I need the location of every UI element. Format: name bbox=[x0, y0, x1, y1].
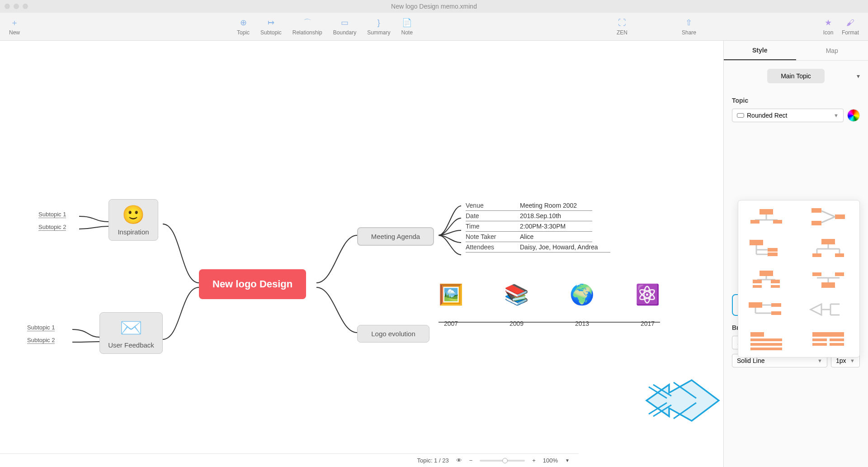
svg-rect-40 bbox=[771, 311, 781, 315]
svg-rect-9 bbox=[811, 221, 821, 225]
zen-button[interactable]: ⛶ZEN bbox=[617, 17, 627, 36]
svg-rect-49 bbox=[812, 332, 844, 337]
evolution-node[interactable]: Logo evolution bbox=[357, 325, 429, 343]
minimize-dot[interactable] bbox=[14, 4, 19, 9]
svg-rect-46 bbox=[750, 338, 782, 341]
svg-rect-29 bbox=[771, 285, 780, 288]
books-icon: 📚 bbox=[504, 283, 529, 306]
svg-rect-37 bbox=[771, 303, 781, 307]
title-bar: New logo Design memo.xmind bbox=[0, 0, 868, 13]
timeline-item[interactable]: 🖼️2007 bbox=[439, 283, 463, 318]
chevron-down-icon[interactable]: ▾ bbox=[857, 72, 860, 80]
color-swatch[interactable] bbox=[847, 109, 860, 122]
window-title: New logo Design memo.xmind bbox=[391, 3, 477, 10]
topic-count: Topic: 1 / 23 bbox=[417, 457, 449, 464]
svg-rect-4 bbox=[773, 220, 782, 224]
icon-button[interactable]: ★Icon bbox=[823, 17, 834, 36]
timeline-item[interactable]: 📚2009 bbox=[504, 283, 529, 318]
chalkboard-icon: 🖼️ bbox=[439, 283, 463, 306]
format-button[interactable]: 🖌Format bbox=[842, 17, 859, 36]
inspiration-sub2[interactable]: Subtopic 2 bbox=[38, 224, 66, 231]
subtopic-icon: ↦ bbox=[265, 17, 276, 28]
svg-rect-53 bbox=[830, 343, 844, 346]
structure-option[interactable] bbox=[744, 206, 789, 229]
inspiration-node[interactable]: 🙂 Inspiration bbox=[108, 199, 158, 241]
structure-option[interactable] bbox=[744, 298, 789, 321]
svg-rect-52 bbox=[812, 343, 827, 346]
topic-button[interactable]: ⊕Topic bbox=[237, 17, 250, 36]
new-button[interactable]: ＋ New bbox=[9, 17, 20, 36]
feedback-node[interactable]: ✉️ User Feedback bbox=[99, 312, 163, 354]
structure-option[interactable] bbox=[806, 329, 851, 352]
chevron-down-icon[interactable]: ▼ bbox=[565, 458, 570, 463]
svg-rect-48 bbox=[750, 348, 782, 350]
zoom-value: 100% bbox=[543, 457, 558, 464]
topic-type-chip[interactable]: Main Topic bbox=[767, 69, 825, 83]
relationship-button[interactable]: ⌒Relationship bbox=[292, 17, 322, 36]
agenda-row[interactable]: Time2:00PM-3:30PM bbox=[466, 221, 592, 232]
envelope-icon: ✉️ bbox=[106, 317, 156, 338]
svg-rect-22 bbox=[835, 253, 844, 257]
svg-rect-23 bbox=[760, 271, 773, 276]
tab-map[interactable]: Map bbox=[796, 41, 868, 60]
summary-icon: } bbox=[373, 17, 384, 28]
shape-select[interactable]: Rounded Rect ▼ bbox=[732, 109, 844, 122]
agenda-row[interactable]: Note TakerAlice bbox=[466, 232, 592, 242]
svg-rect-33 bbox=[812, 272, 821, 276]
subtopic-button[interactable]: ↦Subtopic bbox=[260, 17, 282, 36]
feedback-sub1[interactable]: Subtopic 1 bbox=[27, 324, 55, 331]
chevron-down-icon: ▼ bbox=[817, 358, 822, 363]
structure-option[interactable] bbox=[806, 206, 851, 229]
zoom-out[interactable]: − bbox=[469, 457, 473, 464]
annotation-arrow bbox=[642, 376, 723, 427]
svg-rect-45 bbox=[750, 332, 764, 337]
section-topic: Topic bbox=[732, 97, 860, 104]
summary-button[interactable]: }Summary bbox=[367, 17, 390, 36]
structure-option[interactable] bbox=[806, 237, 851, 259]
inspiration-sub1[interactable]: Subtopic 1 bbox=[38, 211, 66, 218]
svg-line-7 bbox=[821, 217, 835, 223]
svg-rect-50 bbox=[812, 338, 827, 341]
timeline-item[interactable]: ⚛️2017 bbox=[635, 283, 660, 318]
zen-icon: ⛶ bbox=[617, 17, 627, 28]
svg-line-6 bbox=[821, 211, 835, 217]
agenda-row[interactable]: Date2018.Sep.10th bbox=[466, 211, 592, 221]
structure-option[interactable] bbox=[744, 237, 789, 259]
chevron-down-icon: ▼ bbox=[834, 113, 839, 118]
agenda-row[interactable]: VenueMeeting Room 2002 bbox=[466, 200, 592, 211]
zoom-in[interactable]: + bbox=[532, 457, 536, 464]
structure-option[interactable] bbox=[744, 329, 789, 352]
share-button[interactable]: ⇧Share bbox=[682, 17, 696, 36]
svg-rect-47 bbox=[750, 343, 782, 346]
boundary-button[interactable]: ▭Boundary bbox=[333, 17, 356, 36]
svg-rect-15 bbox=[768, 253, 778, 256]
zoom-slider[interactable] bbox=[480, 460, 525, 462]
window-controls[interactable] bbox=[5, 4, 28, 9]
agenda-row[interactable]: AttendeesDaisy, Joe, Howard, Andrea bbox=[466, 242, 610, 253]
svg-rect-8 bbox=[811, 208, 821, 213]
close-dot[interactable] bbox=[5, 4, 10, 9]
note-icon: 📄 bbox=[401, 17, 412, 28]
structure-option[interactable] bbox=[744, 267, 789, 290]
relationship-icon: ⌒ bbox=[302, 17, 313, 28]
maximize-dot[interactable] bbox=[23, 4, 28, 9]
mindmap-canvas[interactable]: New logo Design 🙂 Inspiration Subtopic 1… bbox=[0, 41, 723, 467]
svg-rect-35 bbox=[749, 302, 762, 308]
timeline-item[interactable]: 🌍2013 bbox=[570, 283, 594, 318]
agenda-node[interactable]: Meeting Agenda bbox=[357, 227, 434, 246]
panel-tabs: Style Map bbox=[724, 41, 868, 61]
feedback-sub2[interactable]: Subtopic 2 bbox=[27, 337, 55, 344]
structure-option[interactable] bbox=[806, 267, 851, 290]
svg-rect-30 bbox=[821, 282, 835, 288]
connector-lines bbox=[0, 41, 723, 467]
svg-rect-26 bbox=[753, 280, 762, 283]
eye-icon[interactable]: 👁 bbox=[456, 457, 462, 464]
tab-style[interactable]: Style bbox=[724, 41, 796, 60]
note-button[interactable]: 📄Note bbox=[401, 17, 413, 36]
root-topic[interactable]: New logo Design bbox=[199, 269, 306, 299]
svg-rect-34 bbox=[835, 272, 844, 276]
structure-option[interactable] bbox=[806, 298, 851, 321]
share-icon: ⇧ bbox=[684, 17, 694, 28]
svg-rect-5 bbox=[835, 214, 845, 219]
svg-rect-27 bbox=[771, 280, 780, 283]
